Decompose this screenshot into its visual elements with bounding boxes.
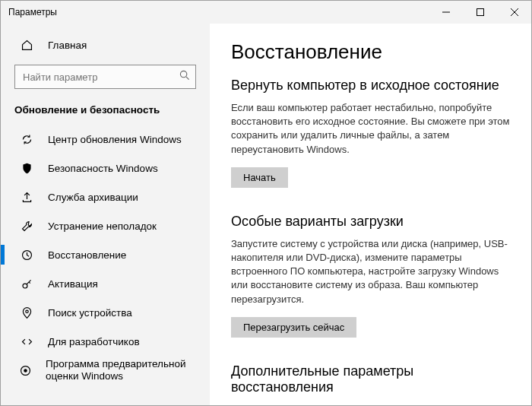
restart-now-button[interactable]: Перезагрузить сейчас: [231, 317, 356, 338]
svg-point-8: [22, 284, 27, 288]
search-wrap: [14, 65, 196, 89]
sidebar-item-troubleshoot[interactable]: Устранение неполадок: [1, 211, 210, 240]
close-icon: [511, 8, 518, 16]
sidebar-item-backup[interactable]: Служба архивации: [1, 182, 210, 211]
sidebar-item-developers[interactable]: Для разработчиков: [1, 327, 210, 356]
section-reset: Вернуть компьютер в исходное состояние Е…: [231, 78, 510, 188]
sidebar-item-label: Поиск устройства: [48, 307, 132, 319]
sidebar-item-recovery[interactable]: Восстановление: [1, 240, 210, 269]
sidebar-home[interactable]: Главная: [1, 31, 210, 59]
sidebar-item-security[interactable]: Безопасность Windows: [1, 154, 210, 182]
sidebar: Главная Обновление и безопасность Центр …: [1, 24, 210, 405]
sidebar-item-label: Служба архивации: [48, 192, 138, 203]
minimize-button[interactable]: [429, 1, 463, 24]
section-advanced-startup: Особые варианты загрузки Запустите систе…: [231, 214, 510, 338]
minimize-icon: [442, 8, 450, 16]
insider-icon: [19, 363, 32, 378]
svg-point-13: [24, 369, 27, 371]
close-button[interactable]: [497, 1, 531, 24]
sidebar-item-label: Центр обновления Windows: [48, 134, 182, 145]
titlebar: Параметры: [1, 1, 531, 24]
sidebar-item-label: Для разработчиков: [48, 336, 140, 347]
reset-start-button[interactable]: Начать: [231, 167, 288, 188]
window-controls: [429, 1, 531, 24]
sidebar-item-label: Безопасность Windows: [48, 163, 158, 174]
sync-icon: [19, 132, 34, 147]
advanced-heading: Особые варианты загрузки: [231, 214, 510, 230]
sidebar-item-label: Устранение неполадок: [48, 220, 157, 232]
sidebar-item-label: Восстановление: [48, 249, 126, 261]
more-heading: Дополнительные параметры восстановления: [231, 363, 510, 395]
dev-icon: [19, 334, 34, 349]
shield-icon: [19, 160, 34, 176]
backup-icon: [19, 189, 34, 205]
sidebar-item-windows-update[interactable]: Центр обновления Windows: [1, 125, 210, 154]
sidebar-item-insider[interactable]: Программа предварительной оценки Windows: [1, 356, 210, 385]
sidebar-section-header: Обновление и безопасность: [1, 100, 210, 125]
svg-line-10: [29, 281, 30, 283]
svg-rect-1: [477, 9, 483, 16]
recovery-icon: [19, 247, 34, 262]
sidebar-item-label: Активация: [48, 278, 98, 290]
sidebar-item-activation[interactable]: Активация: [1, 269, 210, 298]
content: Восстановление Вернуть компьютер в исход…: [210, 24, 531, 405]
maximize-button[interactable]: [463, 1, 497, 24]
sidebar-home-label: Главная: [48, 40, 87, 51]
home-icon: [19, 37, 34, 52]
sidebar-item-find-device[interactable]: Поиск устройства: [1, 298, 210, 327]
find-device-icon: [19, 305, 34, 320]
advanced-body: Запустите систему с устройства или диска…: [231, 237, 510, 306]
svg-point-11: [25, 310, 27, 312]
sidebar-item-label: Программа предварительной оценки Windows: [46, 358, 196, 382]
search-input[interactable]: [14, 65, 196, 89]
section-more-recovery: Дополнительные параметры восстановления: [231, 363, 510, 395]
key-icon: [19, 276, 34, 291]
settings-window: Параметры Главная: [0, 0, 532, 406]
wrench-icon: [19, 218, 34, 233]
page-title: Восстановление: [231, 40, 510, 64]
reset-heading: Вернуть компьютер в исходное состояние: [231, 78, 510, 94]
svg-line-9: [27, 280, 31, 284]
maximize-icon: [477, 8, 484, 16]
window-title: Параметры: [8, 7, 429, 17]
reset-body: Если ваш компьютер работает нестабильно,…: [231, 101, 510, 157]
